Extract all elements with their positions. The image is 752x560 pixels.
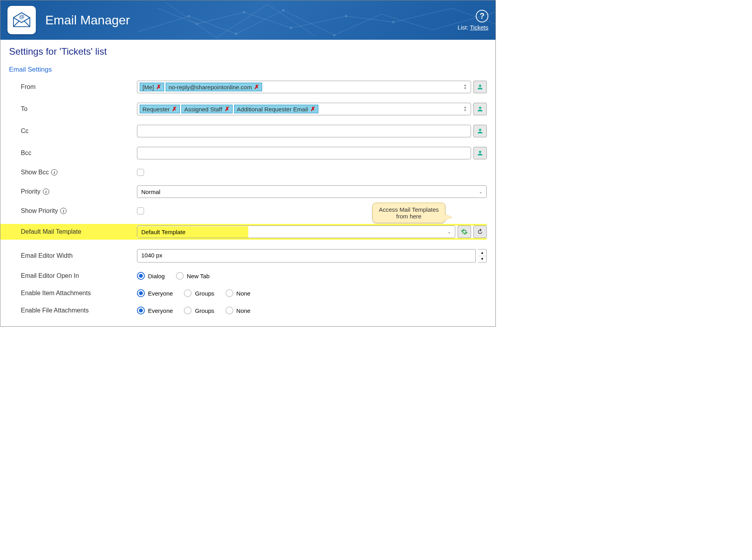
item-attach-groups-radio[interactable]: Groups (184, 289, 214, 297)
stepper-icon[interactable]: ▲▼ (464, 106, 468, 112)
people-picker-button[interactable] (473, 81, 487, 93)
help-icon[interactable]: ? (476, 10, 488, 22)
list-link[interactable]: List: Tickets (458, 24, 488, 31)
svg-point-0 (196, 23, 198, 25)
to-tag: Requester✗ (140, 105, 180, 113)
to-input[interactable]: Requester✗ Assigned Staff✗ Additional Re… (137, 103, 471, 115)
file-attach-groups-radio[interactable]: Groups (184, 307, 214, 314)
label-show-priority: Show Priorityi (9, 207, 137, 214)
app-logo-icon: @ (7, 6, 36, 34)
svg-point-2 (290, 27, 292, 29)
svg-point-1 (243, 11, 245, 13)
svg-point-5 (188, 15, 190, 17)
open-in-dialog-radio[interactable]: Dialog (137, 272, 165, 280)
svg-point-3 (345, 15, 347, 17)
bcc-input[interactable] (137, 147, 471, 159)
item-attach-none-radio[interactable]: None (225, 289, 251, 297)
template-select[interactable]: Default Template ⌄ (137, 225, 455, 238)
label-item-attach: Enable Item Attachments (9, 290, 137, 297)
tag-remove-icon[interactable]: ✗ (310, 105, 316, 113)
app-title: Email Manager (45, 13, 130, 28)
label-file-attach: Enable File Attachments (9, 307, 137, 314)
label-from: From (9, 83, 137, 91)
section-title: Email Settings (9, 66, 487, 74)
editor-width-input[interactable]: 1040 px (137, 249, 476, 262)
tag-remove-icon[interactable]: ✗ (172, 105, 177, 113)
chevron-down-icon: ⌄ (447, 229, 451, 235)
svg-point-6 (235, 33, 237, 35)
template-settings-button[interactable] (458, 225, 471, 238)
app-header: @ Email Manager ? List: Tickets (0, 0, 495, 40)
cc-input[interactable] (137, 125, 471, 137)
tag-remove-icon[interactable]: ✗ (225, 105, 230, 113)
people-picker-button[interactable] (473, 147, 487, 159)
file-attach-everyone-radio[interactable]: Everyone (137, 307, 173, 314)
label-cc: Cc (9, 128, 137, 135)
label-priority: Priorityi (9, 188, 137, 195)
stepper-down-icon: ▼ (478, 256, 486, 262)
people-picker-button[interactable] (473, 125, 487, 137)
to-tag: Additional Requester Email✗ (234, 105, 318, 113)
callout-tooltip: Access Mail Templates from here (372, 203, 445, 223)
from-tag: no-reply@sharepointonline.com✗ (166, 83, 262, 91)
chevron-down-icon: ⌄ (479, 189, 482, 194)
width-stepper[interactable]: ▲ ▼ (478, 249, 487, 262)
label-editor-width: Email Editor Width (9, 252, 137, 259)
from-tag: [Me]✗ (140, 83, 164, 91)
to-tag: Assigned Staff✗ (181, 105, 232, 113)
stepper-icon[interactable]: ▲▼ (464, 84, 468, 90)
label-open-in: Email Editor Open In (9, 272, 137, 279)
tag-remove-icon[interactable]: ✗ (156, 83, 161, 91)
priority-select[interactable]: Normal⌄ (137, 185, 487, 198)
svg-point-4 (392, 21, 394, 23)
info-icon[interactable]: i (43, 189, 49, 195)
show-priority-checkbox[interactable] (137, 207, 144, 214)
svg-point-7 (282, 9, 285, 11)
item-attach-everyone-radio[interactable]: Everyone (137, 289, 173, 297)
file-attach-none-radio[interactable]: None (225, 307, 251, 314)
open-in-newtab-radio[interactable]: New Tab (176, 272, 210, 280)
label-to: To (9, 105, 137, 113)
label-bcc: Bcc (9, 150, 137, 157)
info-icon[interactable]: i (60, 208, 67, 214)
info-icon[interactable]: i (51, 169, 57, 176)
people-picker-button[interactable] (473, 103, 487, 115)
label-show-bcc: Show Bcci (9, 169, 137, 176)
stepper-up-icon: ▲ (478, 250, 486, 256)
page-title: Settings for 'Tickets' list (9, 46, 487, 57)
tag-remove-icon[interactable]: ✗ (254, 83, 259, 91)
show-bcc-checkbox[interactable] (137, 169, 144, 176)
template-refresh-button[interactable] (473, 225, 487, 238)
svg-point-8 (333, 34, 336, 36)
from-input[interactable]: [Me]✗ no-reply@sharepointonline.com✗ ▲▼ (137, 81, 471, 93)
svg-text:@: @ (19, 14, 24, 20)
label-default-template: Default Mail Template (9, 228, 137, 235)
